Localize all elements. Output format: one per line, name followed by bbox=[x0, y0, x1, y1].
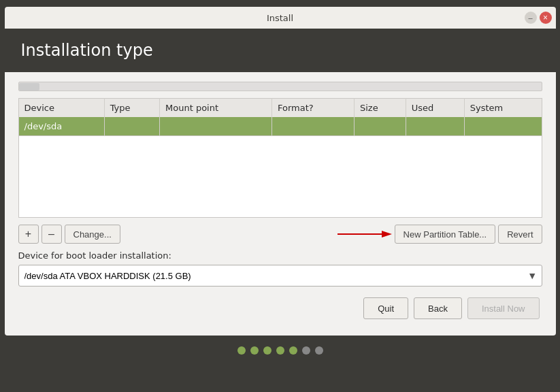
install-now-button[interactable]: Install Now bbox=[467, 297, 540, 319]
col-device: Device bbox=[18, 99, 104, 118]
content-area: Device Type Mount point Format? Size Use… bbox=[5, 72, 556, 329]
dot-5 bbox=[289, 346, 297, 355]
partition-toolbar: + – Change... New Partition Table... Rev… bbox=[18, 225, 542, 244]
col-used: Used bbox=[406, 99, 464, 118]
bootloader-label: Device for boot loader installation: bbox=[18, 250, 542, 261]
progress-dots bbox=[237, 346, 323, 355]
col-size: Size bbox=[354, 99, 406, 118]
svg-marker-1 bbox=[382, 231, 392, 238]
remove-partition-button[interactable]: – bbox=[42, 225, 62, 244]
dot-6 bbox=[302, 346, 310, 355]
close-button[interactable]: × bbox=[540, 12, 552, 24]
bootloader-section: Device for boot loader installation: /de… bbox=[18, 250, 542, 287]
minimize-button[interactable]: – bbox=[525, 12, 537, 24]
title-bar: Install – × bbox=[5, 7, 556, 29]
revert-button[interactable]: Revert bbox=[498, 225, 542, 244]
bootloader-select[interactable]: /dev/sda ATA VBOX HARDDISK (21.5 GB) bbox=[18, 265, 542, 287]
cell-device: /dev/sda bbox=[18, 117, 104, 136]
dot-4 bbox=[276, 346, 284, 355]
back-button[interactable]: Back bbox=[414, 297, 462, 319]
cell-mount-point bbox=[160, 117, 272, 136]
dot-2 bbox=[250, 346, 259, 355]
bottom-buttons: Quit Back Install Now bbox=[18, 297, 542, 319]
cell-used bbox=[406, 117, 464, 136]
dot-1 bbox=[237, 346, 246, 355]
cell-system bbox=[464, 117, 542, 136]
col-format: Format? bbox=[271, 99, 354, 118]
main-window: Installation type Device Type Mount poin… bbox=[5, 29, 556, 336]
dot-7 bbox=[315, 346, 323, 355]
window-title: Install bbox=[267, 13, 293, 23]
change-button[interactable]: Change... bbox=[65, 225, 120, 244]
cell-type bbox=[104, 117, 159, 136]
scroll-bar[interactable] bbox=[18, 82, 542, 91]
page-title: Installation type bbox=[21, 41, 153, 60]
quit-button[interactable]: Quit bbox=[363, 297, 408, 319]
cell-size bbox=[354, 117, 406, 136]
window-controls: – × bbox=[525, 12, 552, 24]
partition-table: Device Type Mount point Format? Size Use… bbox=[18, 98, 542, 136]
add-partition-button[interactable]: + bbox=[18, 225, 39, 244]
window-header: Installation type bbox=[5, 29, 556, 72]
cell-format bbox=[271, 117, 354, 136]
col-type: Type bbox=[104, 99, 159, 118]
table-row[interactable]: /dev/sda bbox=[18, 117, 542, 136]
empty-table-area bbox=[18, 136, 542, 218]
col-mount-point: Mount point bbox=[160, 99, 272, 118]
dot-3 bbox=[263, 346, 271, 355]
new-partition-table-button[interactable]: New Partition Table... bbox=[395, 225, 496, 244]
scroll-thumb bbox=[19, 83, 39, 91]
arrow-indicator bbox=[337, 227, 392, 241]
bootloader-select-wrapper: /dev/sda ATA VBOX HARDDISK (21.5 GB) bbox=[18, 265, 542, 287]
col-system: System bbox=[464, 99, 542, 118]
table-header-row: Device Type Mount point Format? Size Use… bbox=[18, 99, 542, 118]
